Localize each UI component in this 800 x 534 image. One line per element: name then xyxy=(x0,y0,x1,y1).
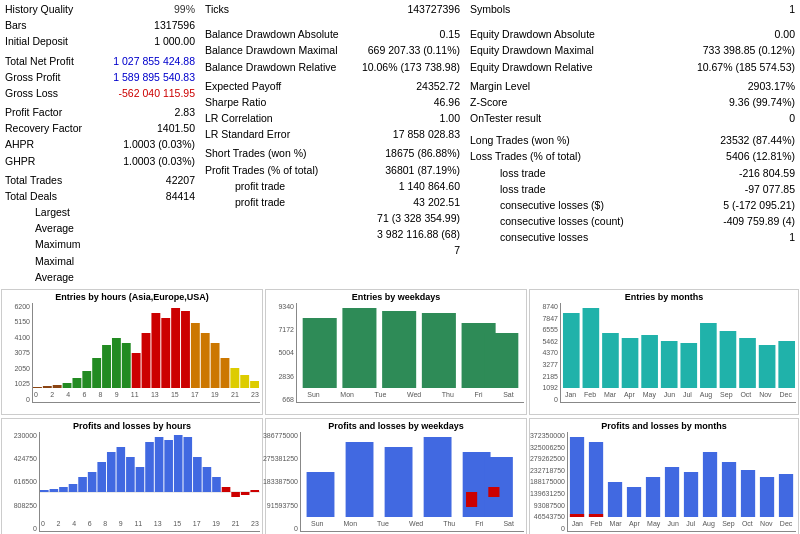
chart-title-weekdays: Entries by weekdays xyxy=(268,292,524,302)
svg-rect-83 xyxy=(722,462,736,517)
svg-rect-20 xyxy=(230,368,239,388)
label-bal-dd-max: Balance Drawdown Maximal xyxy=(205,43,337,57)
label-largest: Largest xyxy=(5,205,70,219)
svg-rect-24 xyxy=(342,308,376,388)
label-eq-dd-rel: Equity Drawdown Relative xyxy=(470,60,593,74)
svg-rect-19 xyxy=(221,358,230,388)
svg-rect-36 xyxy=(700,323,717,388)
val-largest-profit: 1 140 864.60 xyxy=(399,179,460,193)
svg-rect-11 xyxy=(142,333,151,388)
svg-rect-54 xyxy=(155,437,164,492)
svg-rect-8 xyxy=(112,338,121,388)
val-largest-loss: -216 804.59 xyxy=(739,166,795,180)
bars-months: JanFebMarAprMayJunJulAugSepOctNovDec xyxy=(560,303,796,403)
label-long-trades: Long Trades (won %) xyxy=(470,133,570,147)
svg-rect-15 xyxy=(181,311,190,388)
val-ghpr: 1.0003 (0.03%) xyxy=(123,154,195,168)
label-average1: Average xyxy=(5,221,74,235)
chart-entries-months: Entries by months 8740784765555462437032… xyxy=(529,289,799,415)
svg-rect-35 xyxy=(680,343,697,388)
label-ahpr: AHPR xyxy=(5,137,34,151)
label-history-quality: History Quality xyxy=(5,2,73,16)
svg-rect-51 xyxy=(126,457,135,492)
label-bars: Bars xyxy=(5,18,27,32)
svg-rect-53 xyxy=(145,442,154,492)
svg-rect-32 xyxy=(622,338,639,388)
svg-rect-28 xyxy=(484,333,518,388)
val-zscore: 9.36 (99.74%) xyxy=(729,95,795,109)
svg-rect-37 xyxy=(720,331,737,388)
svg-rect-2 xyxy=(53,385,62,388)
val-gross-profit: 1 589 895 540.83 xyxy=(113,70,195,84)
label-bal-dd-rel: Balance Drawdown Relative xyxy=(205,60,336,74)
x-axis-pnl-weekdays: SunMonTueWedThuFriSat xyxy=(301,520,524,527)
chart-pnl-months: Profits and losses by months 37235000032… xyxy=(529,418,799,534)
val-max-wins2: 3 982 116.88 (68) xyxy=(377,227,460,241)
val-loss-trades: 5406 (12.81%) xyxy=(726,149,795,163)
val-avg-wins: 7 xyxy=(454,243,460,257)
label-total-deals: Total Deals xyxy=(5,189,57,203)
svg-rect-72 xyxy=(488,487,499,497)
label-ontester: OnTester result xyxy=(470,111,541,125)
val-expected-payoff: 24352.72 xyxy=(416,79,460,93)
svg-rect-52 xyxy=(136,467,145,492)
label-avg-loss: loss trade xyxy=(470,182,546,196)
svg-rect-43 xyxy=(50,489,59,492)
svg-rect-80 xyxy=(665,467,679,517)
y-axis-hours: 6200515041003075205010250 xyxy=(4,303,32,403)
label-lr-std-err: LR Standard Error xyxy=(205,127,290,141)
chart-entries-weekdays: Entries by weekdays 9340717250042836668 xyxy=(265,289,527,415)
x-axis-months: JanFebMarAprMayJunJulAugSepOctNovDec xyxy=(561,391,796,398)
svg-rect-75 xyxy=(570,514,584,517)
svg-rect-66 xyxy=(346,442,374,517)
svg-rect-77 xyxy=(608,482,622,517)
svg-rect-9 xyxy=(122,343,131,388)
label-recovery-factor: Recovery Factor xyxy=(5,121,82,135)
label-total-net-profit: Total Net Profit xyxy=(5,54,74,68)
label-consec-loss-s: consecutive losses ($) xyxy=(470,198,604,212)
svg-rect-86 xyxy=(779,474,793,517)
val-profit-factor: 2.83 xyxy=(175,105,195,119)
label-bal-dd-abs: Balance Drawdown Absolute xyxy=(205,27,339,41)
svg-rect-47 xyxy=(88,472,97,492)
val-total-net-profit: 1 027 855 424.88 xyxy=(113,54,195,68)
label-eq-dd-abs: Equity Drawdown Absolute xyxy=(470,27,595,41)
chart-title-months: Entries by months xyxy=(532,292,796,302)
val-bal-dd-abs: 0.15 xyxy=(440,27,460,41)
svg-rect-10 xyxy=(132,353,141,388)
chart-pnl-months-title: Profits and losses by months xyxy=(532,421,796,431)
val-ontester: 0 xyxy=(789,111,795,125)
val-symbols: 1 xyxy=(789,2,795,16)
label-lr-corr: LR Correlation xyxy=(205,111,273,125)
svg-rect-40 xyxy=(778,341,795,388)
label-consec-loss: consecutive losses xyxy=(470,230,588,244)
label-largest-loss: loss trade xyxy=(470,166,546,180)
svg-rect-1 xyxy=(43,386,52,388)
svg-rect-17 xyxy=(201,333,210,388)
svg-rect-55 xyxy=(164,440,173,492)
chart-pnl-hours-title: Profits and losses by hours xyxy=(4,421,260,431)
y-axis-pnl-hours: 2300004247506165008082500 xyxy=(4,432,39,532)
svg-rect-7 xyxy=(102,345,111,388)
pnl-bars-weekdays: SunMonTueWedThuFriSat xyxy=(300,432,524,532)
svg-rect-4 xyxy=(72,378,81,388)
svg-rect-84 xyxy=(741,470,755,517)
val-bal-dd-max: 669 207.33 (0.11%) xyxy=(368,43,460,57)
label-profit-trades: Profit Trades (% of total) xyxy=(205,163,318,177)
svg-rect-56 xyxy=(174,435,183,492)
svg-rect-13 xyxy=(161,318,170,388)
svg-rect-26 xyxy=(422,313,456,388)
label-short-trades: Short Trades (won %) xyxy=(205,146,307,160)
svg-rect-6 xyxy=(92,358,101,388)
label-zscore: Z-Score xyxy=(470,95,507,109)
pnl-bars-months: JanFebMarAprMayJunJulAugSepOctNovDec xyxy=(567,432,796,532)
y-axis-weekdays: 9340717250042836668 xyxy=(268,303,296,403)
label-largest-profit: profit trade xyxy=(205,179,285,193)
y-axis-pnl-months: 3723500003250062502792625002327187501881… xyxy=(532,432,567,532)
val-eq-dd-max: 733 398.85 (0.12%) xyxy=(703,43,795,57)
val-sharpe: 46.96 xyxy=(434,95,460,109)
label-margin-level: Margin Level xyxy=(470,79,530,93)
label-loss-trades: Loss Trades (% of total) xyxy=(470,149,581,163)
svg-rect-14 xyxy=(171,308,180,388)
val-avg-consec xyxy=(205,243,235,257)
